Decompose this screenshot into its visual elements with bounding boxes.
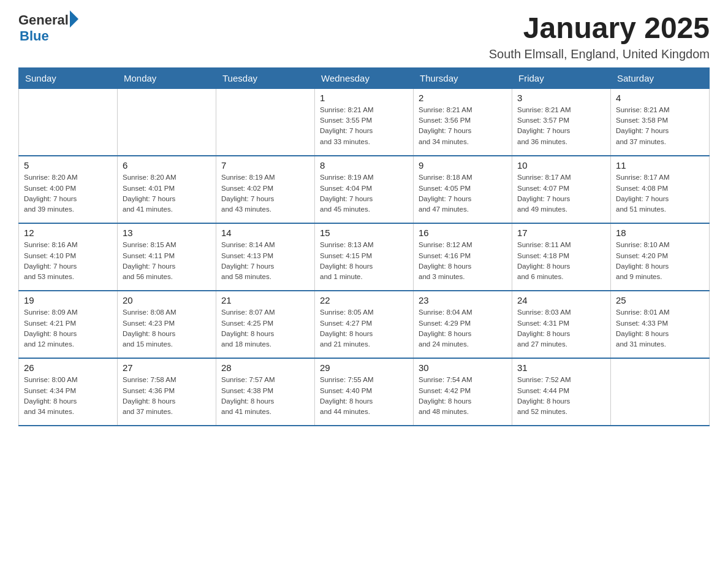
calendar-cell: 27Sunrise: 7:58 AM Sunset: 4:36 PM Dayli… xyxy=(118,358,216,426)
calendar-cell: 3Sunrise: 8:21 AM Sunset: 3:57 PM Daylig… xyxy=(512,88,611,156)
calendar-cell: 9Sunrise: 8:18 AM Sunset: 4:05 PM Daylig… xyxy=(414,156,512,223)
day-number: 23 xyxy=(419,295,507,305)
calendar-week-row: 5Sunrise: 8:20 AM Sunset: 4:00 PM Daylig… xyxy=(19,156,710,223)
day-number: 26 xyxy=(24,362,112,373)
calendar-cell: 7Sunrise: 8:19 AM Sunset: 4:02 PM Daylig… xyxy=(216,156,315,223)
title-area: January 2025 South Elmsall, England, Uni… xyxy=(489,12,710,61)
calendar-cell: 12Sunrise: 8:16 AM Sunset: 4:10 PM Dayli… xyxy=(19,223,118,291)
calendar-table: Sunday Monday Tuesday Wednesday Thursday… xyxy=(18,67,710,427)
day-info: Sunrise: 8:11 AM Sunset: 4:18 PM Dayligh… xyxy=(517,240,605,282)
logo-general-text: General xyxy=(18,12,69,28)
calendar-cell: 8Sunrise: 8:19 AM Sunset: 4:04 PM Daylig… xyxy=(315,156,414,223)
day-number: 1 xyxy=(320,93,408,103)
day-number: 21 xyxy=(221,295,309,305)
day-number: 31 xyxy=(517,362,605,373)
calendar-cell: 13Sunrise: 8:15 AM Sunset: 4:11 PM Dayli… xyxy=(118,223,216,291)
calendar-cell: 29Sunrise: 7:55 AM Sunset: 4:40 PM Dayli… xyxy=(315,358,414,426)
calendar-cell: 10Sunrise: 8:17 AM Sunset: 4:07 PM Dayli… xyxy=(512,156,611,223)
day-info: Sunrise: 8:08 AM Sunset: 4:23 PM Dayligh… xyxy=(123,307,211,350)
day-info: Sunrise: 7:54 AM Sunset: 4:42 PM Dayligh… xyxy=(419,375,507,417)
day-info: Sunrise: 8:21 AM Sunset: 3:55 PM Dayligh… xyxy=(320,105,408,147)
day-number: 15 xyxy=(320,228,408,238)
calendar-cell: 17Sunrise: 8:11 AM Sunset: 4:18 PM Dayli… xyxy=(512,223,611,291)
calendar-header: Sunday Monday Tuesday Wednesday Thursday… xyxy=(19,67,710,88)
calendar-cell xyxy=(19,88,118,156)
weekday-header-row: Sunday Monday Tuesday Wednesday Thursday… xyxy=(19,67,710,88)
calendar-cell: 11Sunrise: 8:17 AM Sunset: 4:08 PM Dayli… xyxy=(611,156,710,223)
day-number: 27 xyxy=(123,362,211,373)
calendar-cell: 30Sunrise: 7:54 AM Sunset: 4:42 PM Dayli… xyxy=(414,358,512,426)
calendar-cell xyxy=(118,88,216,156)
calendar-cell: 4Sunrise: 8:21 AM Sunset: 3:58 PM Daylig… xyxy=(611,88,710,156)
calendar-cell: 18Sunrise: 8:10 AM Sunset: 4:20 PM Dayli… xyxy=(611,223,710,291)
calendar-cell: 25Sunrise: 8:01 AM Sunset: 4:33 PM Dayli… xyxy=(611,291,710,358)
day-info: Sunrise: 8:20 AM Sunset: 4:00 PM Dayligh… xyxy=(24,172,112,215)
day-info: Sunrise: 8:13 AM Sunset: 4:15 PM Dayligh… xyxy=(320,240,408,282)
logo-triangle-icon xyxy=(70,10,78,28)
calendar-subtitle: South Elmsall, England, United Kingdom xyxy=(489,47,710,61)
day-info: Sunrise: 8:12 AM Sunset: 4:16 PM Dayligh… xyxy=(419,240,507,282)
day-info: Sunrise: 8:00 AM Sunset: 4:34 PM Dayligh… xyxy=(24,375,112,417)
calendar-week-row: 26Sunrise: 8:00 AM Sunset: 4:34 PM Dayli… xyxy=(19,358,710,426)
day-number: 16 xyxy=(419,228,507,238)
calendar-title: January 2025 xyxy=(489,12,710,45)
day-info: Sunrise: 8:09 AM Sunset: 4:21 PM Dayligh… xyxy=(24,307,112,350)
day-number: 4 xyxy=(616,93,704,103)
day-info: Sunrise: 8:10 AM Sunset: 4:20 PM Dayligh… xyxy=(616,240,704,282)
calendar-cell: 1Sunrise: 8:21 AM Sunset: 3:55 PM Daylig… xyxy=(315,88,414,156)
header-monday: Monday xyxy=(118,67,216,88)
calendar-week-row: 1Sunrise: 8:21 AM Sunset: 3:55 PM Daylig… xyxy=(19,88,710,156)
calendar-cell xyxy=(216,88,315,156)
calendar-week-row: 19Sunrise: 8:09 AM Sunset: 4:21 PM Dayli… xyxy=(19,291,710,358)
calendar-cell: 5Sunrise: 8:20 AM Sunset: 4:00 PM Daylig… xyxy=(19,156,118,223)
day-info: Sunrise: 7:58 AM Sunset: 4:36 PM Dayligh… xyxy=(123,375,211,417)
calendar-cell: 6Sunrise: 8:20 AM Sunset: 4:01 PM Daylig… xyxy=(118,156,216,223)
day-info: Sunrise: 8:16 AM Sunset: 4:10 PM Dayligh… xyxy=(24,240,112,282)
calendar-week-row: 12Sunrise: 8:16 AM Sunset: 4:10 PM Dayli… xyxy=(19,223,710,291)
day-info: Sunrise: 7:57 AM Sunset: 4:38 PM Dayligh… xyxy=(221,375,309,417)
day-number: 28 xyxy=(221,362,309,373)
logo-blue-text: Blue xyxy=(20,28,78,44)
calendar-body: 1Sunrise: 8:21 AM Sunset: 3:55 PM Daylig… xyxy=(19,88,710,426)
calendar-cell: 20Sunrise: 8:08 AM Sunset: 4:23 PM Dayli… xyxy=(118,291,216,358)
calendar-cell: 24Sunrise: 8:03 AM Sunset: 4:31 PM Dayli… xyxy=(512,291,611,358)
calendar-cell: 2Sunrise: 8:21 AM Sunset: 3:56 PM Daylig… xyxy=(414,88,512,156)
calendar-cell: 16Sunrise: 8:12 AM Sunset: 4:16 PM Dayli… xyxy=(414,223,512,291)
day-number: 22 xyxy=(320,295,408,305)
day-info: Sunrise: 8:17 AM Sunset: 4:08 PM Dayligh… xyxy=(616,172,704,215)
day-number: 2 xyxy=(419,93,507,103)
header-friday: Friday xyxy=(512,67,611,88)
day-number: 3 xyxy=(517,93,605,103)
day-number: 7 xyxy=(221,160,309,170)
day-number: 17 xyxy=(517,228,605,238)
day-info: Sunrise: 8:05 AM Sunset: 4:27 PM Dayligh… xyxy=(320,307,408,350)
logo: General Blue xyxy=(18,12,78,44)
page-header: General Blue January 2025 South Elmsall,… xyxy=(18,12,710,61)
day-info: Sunrise: 8:03 AM Sunset: 4:31 PM Dayligh… xyxy=(517,307,605,350)
header-wednesday: Wednesday xyxy=(315,67,414,88)
day-info: Sunrise: 8:20 AM Sunset: 4:01 PM Dayligh… xyxy=(123,172,211,215)
day-number: 24 xyxy=(517,295,605,305)
day-number: 6 xyxy=(123,160,211,170)
day-number: 5 xyxy=(24,160,112,170)
header-saturday: Saturday xyxy=(611,67,710,88)
day-info: Sunrise: 8:15 AM Sunset: 4:11 PM Dayligh… xyxy=(123,240,211,282)
day-number: 29 xyxy=(320,362,408,373)
day-number: 20 xyxy=(123,295,211,305)
day-number: 14 xyxy=(221,228,309,238)
day-info: Sunrise: 8:01 AM Sunset: 4:33 PM Dayligh… xyxy=(616,307,704,350)
calendar-cell: 15Sunrise: 8:13 AM Sunset: 4:15 PM Dayli… xyxy=(315,223,414,291)
day-info: Sunrise: 7:52 AM Sunset: 4:44 PM Dayligh… xyxy=(517,375,605,417)
calendar-cell: 21Sunrise: 8:07 AM Sunset: 4:25 PM Dayli… xyxy=(216,291,315,358)
calendar-cell: 19Sunrise: 8:09 AM Sunset: 4:21 PM Dayli… xyxy=(19,291,118,358)
day-number: 12 xyxy=(24,228,112,238)
day-info: Sunrise: 8:14 AM Sunset: 4:13 PM Dayligh… xyxy=(221,240,309,282)
calendar-cell: 22Sunrise: 8:05 AM Sunset: 4:27 PM Dayli… xyxy=(315,291,414,358)
day-number: 8 xyxy=(320,160,408,170)
header-sunday: Sunday xyxy=(19,67,118,88)
calendar-cell: 28Sunrise: 7:57 AM Sunset: 4:38 PM Dayli… xyxy=(216,358,315,426)
calendar-cell: 31Sunrise: 7:52 AM Sunset: 4:44 PM Dayli… xyxy=(512,358,611,426)
calendar-cell xyxy=(611,358,710,426)
day-info: Sunrise: 8:21 AM Sunset: 3:57 PM Dayligh… xyxy=(517,105,605,147)
day-number: 25 xyxy=(616,295,704,305)
